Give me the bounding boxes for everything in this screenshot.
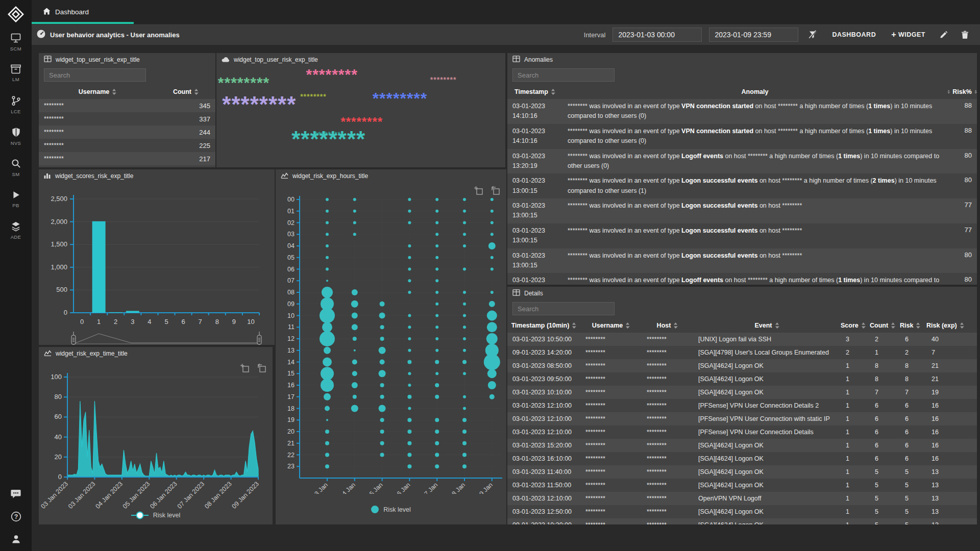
details-row[interactable]: 03-01-2023 11:40:00****************[SGA]… bbox=[507, 465, 977, 479]
sidebar-item-account[interactable] bbox=[0, 534, 32, 546]
bubble[interactable] bbox=[380, 302, 385, 307]
bubble[interactable] bbox=[407, 441, 411, 445]
bubble[interactable] bbox=[407, 464, 411, 468]
sidebar-item-nvs[interactable]: NVS bbox=[0, 127, 32, 146]
bubble[interactable] bbox=[408, 372, 411, 375]
column-header-timestamp[interactable]: Timestamp (10min) bbox=[507, 322, 580, 329]
bubble[interactable] bbox=[353, 395, 357, 399]
sort-icon[interactable] bbox=[673, 322, 678, 329]
bubble[interactable] bbox=[408, 256, 411, 259]
bubble[interactable] bbox=[379, 347, 386, 354]
table-row[interactable]: ********214 bbox=[39, 165, 215, 167]
bubble[interactable] bbox=[435, 279, 438, 282]
bubble[interactable] bbox=[435, 337, 438, 340]
bubble[interactable] bbox=[435, 383, 439, 387]
bubble[interactable] bbox=[325, 464, 329, 468]
bubble[interactable] bbox=[352, 313, 358, 319]
sort-icon[interactable] bbox=[947, 89, 950, 95]
bubble[interactable] bbox=[491, 233, 494, 236]
zoom-select-icon[interactable] bbox=[474, 186, 483, 197]
bubble[interactable] bbox=[435, 430, 439, 434]
bubble[interactable] bbox=[407, 418, 411, 422]
bubble[interactable] bbox=[435, 314, 438, 317]
bubble[interactable] bbox=[326, 233, 329, 236]
bubble[interactable] bbox=[408, 279, 411, 282]
interval-to-input[interactable] bbox=[709, 28, 798, 42]
details-row[interactable]: 03-01-2023 15:20:00****************[SGA]… bbox=[507, 439, 977, 452]
anomaly-row[interactable]: 03-01-202313:00:15******** was involved … bbox=[507, 173, 977, 198]
sort-icon[interactable] bbox=[960, 322, 964, 329]
bubble[interactable] bbox=[408, 337, 411, 340]
bubble[interactable] bbox=[435, 325, 438, 329]
column-header-host[interactable]: Host bbox=[642, 322, 693, 329]
details-row[interactable]: 03-01-2023 10:10:00****************[SGA]… bbox=[507, 386, 977, 399]
word-cloud-word[interactable]: ******** bbox=[340, 116, 383, 128]
bubble[interactable] bbox=[491, 221, 494, 224]
sidebar-item-scm[interactable]: SCM bbox=[0, 33, 32, 52]
bubble[interactable] bbox=[324, 393, 331, 400]
bubble[interactable] bbox=[463, 325, 466, 329]
bubble[interactable] bbox=[491, 210, 494, 213]
bubble[interactable] bbox=[380, 337, 384, 341]
bubble[interactable] bbox=[408, 384, 411, 387]
bubble[interactable] bbox=[323, 358, 332, 367]
bubble[interactable] bbox=[380, 418, 384, 422]
bubble[interactable] bbox=[489, 301, 495, 307]
bubble[interactable] bbox=[463, 268, 466, 271]
bubble[interactable] bbox=[352, 382, 358, 388]
hours-legend[interactable]: Risk level bbox=[276, 506, 506, 513]
bubble[interactable] bbox=[435, 349, 438, 352]
dashboard-button[interactable]: DASHBOARD bbox=[828, 28, 880, 41]
interval-from-input[interactable] bbox=[612, 28, 702, 42]
bubble[interactable] bbox=[321, 379, 334, 392]
word-cloud-word[interactable]: ******** bbox=[300, 93, 327, 100]
details-row[interactable]: 09-01-2023 10:30:00****************[SGA]… bbox=[507, 518, 977, 524]
reset-zoom-icon[interactable] bbox=[491, 186, 500, 197]
bubble[interactable] bbox=[489, 394, 495, 399]
bubble[interactable] bbox=[491, 256, 494, 259]
bubble[interactable] bbox=[380, 383, 384, 387]
sidebar-item-help[interactable]: ? bbox=[0, 511, 32, 524]
word-cloud-word[interactable]: ******** bbox=[373, 91, 428, 106]
word-cloud-word[interactable]: ******** bbox=[430, 77, 457, 83]
bubble[interactable] bbox=[435, 233, 438, 236]
bubble[interactable] bbox=[379, 370, 386, 377]
bubble[interactable] bbox=[380, 441, 384, 445]
details-row[interactable]: 09-01-2023 14:20:00****************[SGA]… bbox=[507, 346, 977, 359]
table-row[interactable]: ********225 bbox=[39, 139, 215, 152]
bubble[interactable] bbox=[351, 300, 358, 308]
bubble[interactable] bbox=[351, 405, 358, 412]
bubble[interactable] bbox=[408, 221, 411, 224]
word-cloud-word[interactable]: ******** bbox=[222, 94, 296, 115]
bubble[interactable] bbox=[324, 347, 331, 354]
bubble[interactable] bbox=[408, 244, 411, 247]
anomaly-row[interactable]: 03-01-202313:00:15******** was involved … bbox=[507, 248, 977, 273]
bubble[interactable] bbox=[326, 210, 329, 213]
bar[interactable] bbox=[109, 312, 122, 313]
bubble[interactable] bbox=[486, 333, 498, 344]
bubble[interactable] bbox=[408, 268, 411, 271]
bubble[interactable] bbox=[407, 395, 411, 399]
bubble[interactable] bbox=[353, 221, 356, 224]
bubble[interactable] bbox=[484, 354, 500, 370]
bubble[interactable] bbox=[491, 291, 494, 294]
bar[interactable] bbox=[92, 221, 106, 313]
bubble[interactable] bbox=[462, 441, 467, 445]
sort-icon[interactable] bbox=[194, 89, 199, 95]
bubble[interactable] bbox=[408, 210, 411, 213]
zoom-select-icon[interactable] bbox=[240, 363, 250, 375]
bubble[interactable] bbox=[352, 360, 357, 365]
bubble[interactable] bbox=[491, 198, 494, 201]
anomaly-row[interactable]: 03-01-202313:00:15******** was involved … bbox=[507, 223, 977, 248]
bubble[interactable] bbox=[462, 418, 467, 422]
sort-icon[interactable] bbox=[916, 322, 920, 329]
app-logo-icon[interactable] bbox=[7, 5, 25, 23]
bubble[interactable] bbox=[326, 268, 329, 271]
bubble[interactable] bbox=[379, 313, 385, 319]
word-cloud-word[interactable]: ******** bbox=[218, 76, 270, 89]
bubble[interactable] bbox=[320, 331, 335, 346]
bubble[interactable] bbox=[462, 464, 467, 468]
bubble[interactable] bbox=[462, 430, 467, 434]
bubble[interactable] bbox=[435, 453, 439, 457]
details-row[interactable]: 03-01-2023 08:50:00****************[SGA]… bbox=[507, 359, 977, 372]
